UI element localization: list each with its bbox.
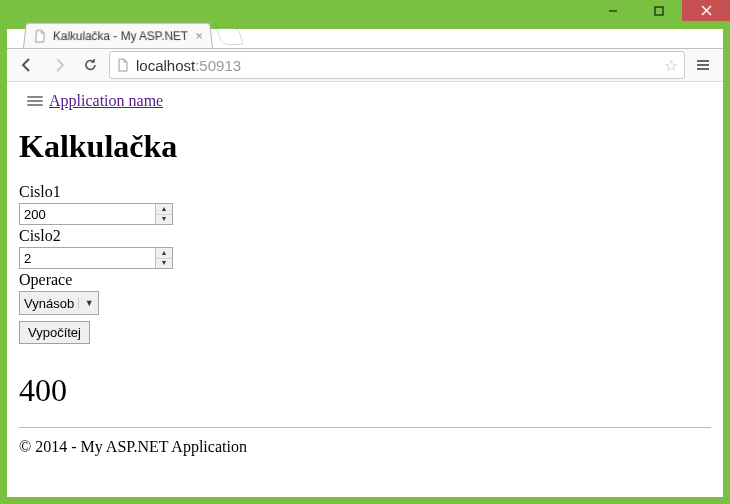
select-operace-value: Vynásob: [24, 296, 74, 311]
chevron-down-icon: ▼: [78, 298, 96, 308]
hamburger-icon: [695, 57, 711, 73]
select-operace[interactable]: Vynásob ▼: [19, 291, 99, 315]
submit-button[interactable]: Vypočítej: [19, 321, 90, 344]
label-operace: Operace: [19, 271, 711, 289]
window-maximize-button[interactable]: [636, 0, 682, 21]
spinner-cislo1: ▲ ▼: [155, 204, 172, 224]
nav-brand-row: Application name: [27, 92, 711, 110]
window-minimize-button[interactable]: [590, 0, 636, 21]
back-button[interactable]: [13, 52, 41, 78]
footer-separator: [19, 427, 711, 428]
url-text: localhost:50913: [136, 57, 658, 74]
arrow-right-icon: [51, 57, 67, 73]
label-cislo1: Cislo1: [19, 183, 711, 201]
input-cislo2-wrap: ▲ ▼: [19, 247, 173, 269]
page-viewport: Application name Kalkulačka Cislo1 ▲ ▼ C…: [7, 82, 723, 497]
spinner-up-icon[interactable]: ▲: [156, 248, 172, 259]
nav-toggle-icon[interactable]: [27, 96, 43, 106]
forward-button[interactable]: [45, 52, 73, 78]
spinner-down-icon[interactable]: ▼: [156, 215, 172, 225]
label-cislo2: Cislo2: [19, 227, 711, 245]
reload-button[interactable]: [77, 52, 105, 78]
input-cislo2[interactable]: [20, 248, 155, 268]
calculator-form: Cislo1 ▲ ▼ Cislo2 ▲ ▼: [19, 183, 711, 344]
window-controls: [590, 0, 730, 21]
tab-close-icon[interactable]: ×: [195, 29, 204, 42]
input-cislo1-wrap: ▲ ▼: [19, 203, 173, 225]
new-tab-button[interactable]: [216, 27, 244, 45]
tab-strip: Kalkulačka - My ASP.NET ×: [7, 22, 723, 50]
browser-tab[interactable]: Kalkulačka - My ASP.NET ×: [23, 23, 213, 48]
arrow-left-icon: [19, 57, 35, 73]
svg-rect-1: [655, 7, 663, 15]
page-title: Kalkulačka: [19, 128, 711, 165]
reload-icon: [83, 57, 99, 73]
browser-window: Kalkulačka - My ASP.NET × localhost:5091…: [0, 0, 730, 504]
browser-toolbar: localhost:50913 ☆: [7, 48, 723, 82]
brand-link[interactable]: Application name: [49, 92, 163, 110]
spinner-up-icon[interactable]: ▲: [156, 204, 172, 215]
spinner-down-icon[interactable]: ▼: [156, 259, 172, 269]
spinner-cislo2: ▲ ▼: [155, 248, 172, 268]
input-cislo1[interactable]: [20, 204, 155, 224]
page-icon: [33, 29, 48, 43]
page-icon: [116, 58, 130, 72]
result-value: 400: [19, 372, 711, 409]
browser-menu-button[interactable]: [689, 52, 717, 78]
window-close-button[interactable]: [682, 0, 730, 21]
tab-title: Kalkulačka - My ASP.NET: [52, 29, 190, 43]
footer-text: © 2014 - My ASP.NET Application: [19, 438, 711, 456]
address-bar[interactable]: localhost:50913 ☆: [109, 51, 685, 79]
bookmark-star-icon[interactable]: ☆: [664, 56, 678, 75]
